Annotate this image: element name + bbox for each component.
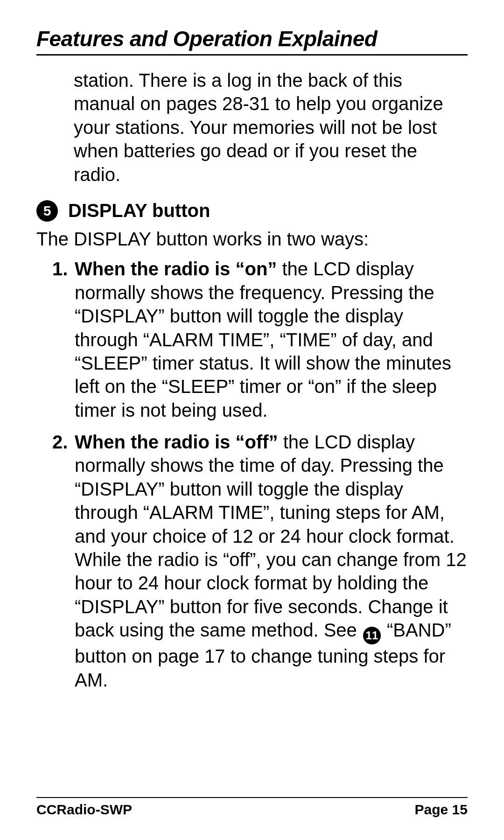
circled-number-11-icon: 11 (363, 627, 381, 644)
item-5-list: When the radio is “on” the LCD display n… (52, 257, 468, 692)
circled-number-5-icon: 5 (36, 200, 58, 222)
list-item-lead: When the radio is “on” (75, 259, 277, 279)
list-item-body-part1: the LCD display normally shows the time … (75, 432, 467, 640)
list-item-lead: When the radio is “off” (75, 432, 278, 452)
carryover-paragraph: station. There is a log in the back of t… (74, 69, 468, 186)
item-5-intro: The DISPLAY button works in two ways: (36, 227, 468, 251)
page-footer: CCRadio-SWP Page 15 (36, 797, 468, 818)
list-item: When the radio is “off” the LCD display … (52, 430, 468, 692)
footer-page-number: Page 15 (415, 802, 468, 818)
section-title: Features and Operation Explained (36, 26, 468, 56)
item-5-title: DISPLAY button (68, 200, 210, 221)
list-item: When the radio is “on” the LCD display n… (52, 257, 468, 422)
item-5-header: 5 DISPLAY button (36, 200, 468, 222)
footer-model: CCRadio-SWP (36, 802, 132, 818)
page-body: Features and Operation Explained station… (36, 26, 468, 803)
list-item-body: the LCD display normally shows the frequ… (75, 259, 451, 420)
